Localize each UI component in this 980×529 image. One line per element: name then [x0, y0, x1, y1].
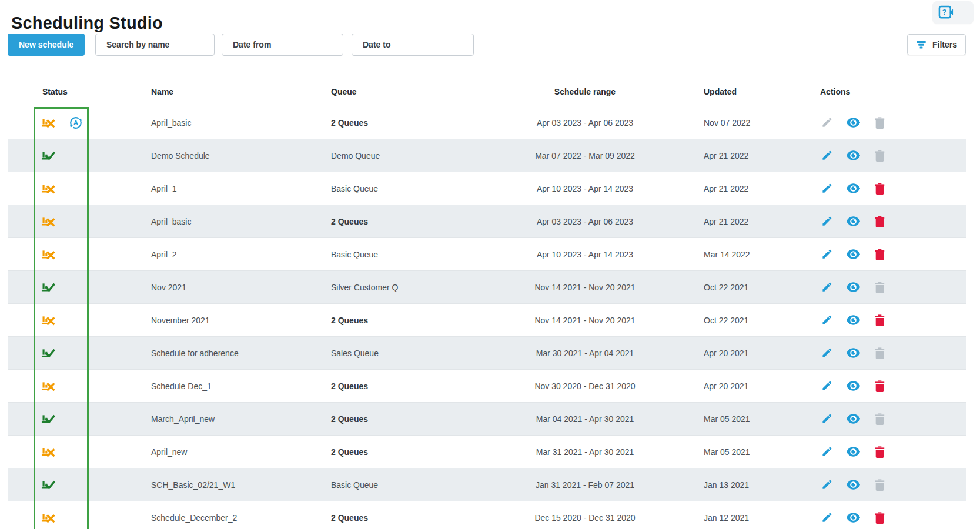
schedule-updated: Mar 05 2021 [688, 447, 805, 457]
schedule-range: Mar 07 2022 - Mar 09 2022 [482, 151, 688, 160]
schedule-name: November 2021 [135, 316, 323, 325]
delete-button[interactable] [873, 314, 887, 327]
view-button[interactable] [847, 116, 860, 129]
chart-x-icon [41, 182, 55, 195]
schedule-queue: Basic Queue [323, 184, 482, 193]
trash-icon [875, 117, 885, 129]
schedule-queue: 2 Queues [323, 513, 482, 523]
schedule-updated: Mar 14 2022 [688, 250, 805, 259]
delete-button[interactable] [873, 248, 887, 261]
edit-button[interactable] [820, 281, 834, 294]
eye-icon [847, 118, 860, 128]
view-button[interactable] [847, 281, 860, 294]
pencil-icon [821, 249, 832, 260]
filters-button[interactable]: Filters [907, 34, 966, 55]
edit-button[interactable] [820, 182, 834, 195]
view-button[interactable] [847, 182, 860, 195]
view-button[interactable] [847, 413, 860, 426]
edit-button[interactable] [820, 116, 834, 129]
status-cell [8, 280, 135, 294]
schedule-queue: 2 Queues [323, 118, 482, 128]
chart-x-icon [41, 379, 55, 393]
eye-icon [847, 447, 860, 457]
trash-icon [875, 512, 885, 524]
actions-cell [805, 511, 966, 524]
edit-button[interactable] [820, 380, 834, 393]
delete-button[interactable] [873, 215, 887, 228]
table-row: April_new2 QueuesMar 31 2021 - Apr 30 20… [8, 436, 966, 468]
chart-check-icon [41, 149, 55, 162]
schedule-range: Nov 30 2020 - Dec 31 2020 [482, 381, 688, 391]
edit-button[interactable] [820, 511, 834, 524]
svg-text:A: A [73, 119, 78, 126]
schedule-range: Apr 03 2023 - Apr 06 2023 [482, 217, 688, 226]
status-cell: A [8, 116, 135, 130]
delete-button[interactable] [873, 149, 887, 162]
delete-button[interactable] [873, 347, 887, 360]
view-button[interactable] [847, 149, 860, 162]
view-button[interactable] [847, 478, 860, 491]
edit-button[interactable] [820, 215, 834, 228]
view-button[interactable] [847, 446, 860, 458]
actions-cell [805, 478, 966, 491]
schedule-updated: Apr 20 2021 [688, 381, 805, 391]
chart-x-icon [41, 445, 55, 458]
schedule-updated: Oct 22 2021 [688, 316, 805, 325]
status-cell [8, 478, 135, 491]
actions-cell [805, 281, 966, 294]
view-button[interactable] [847, 511, 860, 524]
schedule-queue: 2 Queues [323, 414, 482, 424]
trash-icon [875, 216, 885, 227]
status-cell [8, 149, 135, 162]
view-button[interactable] [847, 380, 860, 393]
delete-button[interactable] [873, 478, 887, 491]
search-input[interactable] [95, 34, 215, 56]
edit-button[interactable] [820, 446, 834, 458]
eye-icon [847, 414, 860, 424]
pencil-icon [821, 183, 832, 194]
schedule-name: Schedule_December_2 [135, 513, 323, 523]
delete-button[interactable] [873, 413, 887, 426]
edit-button[interactable] [820, 478, 834, 491]
edit-button[interactable] [820, 149, 834, 162]
table-row: A April_basic2 QueuesApr 03 2023 - Apr 0… [8, 106, 966, 139]
edit-button[interactable] [820, 347, 834, 360]
table-row: November 20212 QueuesNov 14 2021 - Nov 2… [8, 304, 966, 337]
eye-icon [847, 480, 860, 490]
delete-button[interactable] [873, 511, 887, 524]
view-button[interactable] [847, 314, 860, 327]
pencil-icon [821, 413, 832, 424]
view-button[interactable] [847, 248, 860, 261]
status-cell [8, 215, 135, 228]
table-row: Schedule Dec_12 QueuesNov 30 2020 - Dec … [8, 370, 966, 403]
table-row: Demo ScheduleDemo QueueMar 07 2022 - Mar… [8, 139, 966, 172]
svg-text:?: ? [942, 8, 947, 16]
delete-button[interactable] [873, 380, 887, 393]
new-schedule-button[interactable]: New schedule [8, 34, 85, 56]
edit-button[interactable] [820, 248, 834, 261]
eye-icon [847, 282, 860, 292]
schedule-queue: Sales Queue [323, 349, 482, 358]
date-from-input[interactable] [222, 34, 343, 56]
date-to-input[interactable] [352, 34, 474, 56]
table-row: Schedule for adherenceSales QueueMar 30 … [8, 337, 966, 370]
column-header-queue: Queue [323, 73, 482, 96]
edit-button[interactable] [820, 413, 834, 426]
delete-button[interactable] [873, 281, 887, 294]
trash-icon [875, 347, 885, 359]
delete-button[interactable] [873, 182, 887, 195]
delete-button[interactable] [873, 116, 887, 129]
schedule-name: April_2 [135, 250, 323, 259]
filters-button-label: Filters [932, 40, 957, 49]
help-button[interactable]: ? [932, 1, 974, 24]
edit-button[interactable] [820, 314, 834, 327]
schedule-updated: Nov 07 2022 [688, 118, 805, 128]
trash-icon [875, 183, 885, 195]
view-button[interactable] [847, 347, 860, 360]
view-button[interactable] [847, 215, 860, 228]
pencil-icon [821, 314, 832, 326]
pencil-icon [821, 282, 832, 293]
actions-cell [805, 248, 966, 261]
delete-button[interactable] [873, 446, 887, 458]
schedule-name: SCH_Basic_02/21_W1 [135, 480, 323, 490]
